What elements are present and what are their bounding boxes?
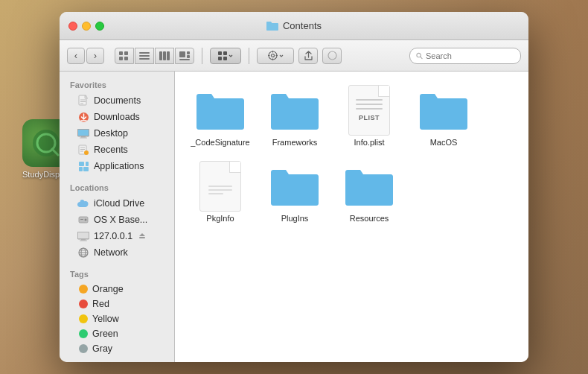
svg-rect-55 <box>81 239 86 241</box>
desktop-icon-sidebar <box>77 127 89 139</box>
file-item-resources[interactable]: Resources <box>336 162 403 224</box>
sidebar-tag-red[interactable]: Red <box>63 297 171 311</box>
toolbar-divider-2 <box>249 48 249 64</box>
grid-view-dropdown[interactable] <box>210 48 241 64</box>
close-button[interactable] <box>68 22 77 31</box>
svg-rect-6 <box>124 57 128 60</box>
svg-rect-20 <box>223 57 227 60</box>
file-item-codesignature[interactable]: _CodeSignature <box>187 86 254 148</box>
sidebar: Favorites Documents Downloads Desktop <box>60 72 175 362</box>
forward-button[interactable]: › <box>86 48 104 64</box>
folder-icon-codesignature <box>194 86 247 134</box>
green-tag-dot <box>79 329 88 338</box>
folder-icon-macos <box>417 86 470 134</box>
toolbar-divider-1 <box>202 48 202 64</box>
sidebar-item-icloud[interactable]: iCloud Drive <box>63 195 171 212</box>
sidebar-tag-gray[interactable]: Gray <box>63 341 171 356</box>
tag-button[interactable] <box>322 48 342 64</box>
folder-icon-resources <box>342 162 396 210</box>
sidebar-item-network[interactable]: Network <box>63 244 171 261</box>
svg-rect-10 <box>159 51 162 60</box>
generic-file-icon <box>194 162 247 210</box>
svg-rect-39 <box>81 136 86 138</box>
sidebar-tag-yellow[interactable]: Yellow <box>63 311 171 326</box>
file-item-frameworks[interactable]: Frameworks <box>261 86 328 148</box>
minimize-button[interactable] <box>82 22 91 31</box>
localhost-label: 127.0.0.1 <box>94 231 132 241</box>
svg-rect-49 <box>86 162 89 166</box>
network-label: Network <box>94 247 128 258</box>
recents-icon <box>77 144 89 156</box>
sidebar-tag-green[interactable]: Green <box>63 326 171 341</box>
locations-section-label: Locations <box>60 180 174 195</box>
file-item-macos[interactable]: MacOS <box>410 86 477 148</box>
svg-rect-52 <box>80 219 83 220</box>
svg-rect-18 <box>218 57 222 60</box>
file-label-codesignature: _CodeSignature <box>191 137 250 148</box>
icloud-icon <box>77 197 89 209</box>
svg-rect-57 <box>139 237 145 238</box>
sidebar-tag-orange[interactable]: Orange <box>63 282 171 297</box>
toolbar: ‹ › <box>60 40 528 72</box>
file-item-pkginfo[interactable]: PkgInfo <box>187 162 254 224</box>
search-icon <box>416 52 423 60</box>
plist-icon-shape: PLIST <box>348 85 390 136</box>
eject-icon[interactable] <box>138 232 146 240</box>
applications-icon <box>77 160 89 172</box>
globe-icon <box>77 247 89 259</box>
icon-view-button[interactable] <box>115 48 134 64</box>
svg-line-29 <box>421 57 422 58</box>
svg-rect-11 <box>163 51 166 60</box>
svg-rect-19 <box>223 51 227 55</box>
osxbase-label: OS X Base... <box>94 215 147 225</box>
file-label-plugins: PlugIns <box>281 213 309 224</box>
gray-tag-label: Gray <box>92 343 112 354</box>
sidebar-item-documents[interactable]: Documents <box>63 92 171 109</box>
maximize-button[interactable] <box>95 22 104 31</box>
plist-file-icon: PLIST <box>342 86 396 134</box>
svg-rect-46 <box>79 167 83 171</box>
file-item-plugins[interactable]: PlugIns <box>261 162 328 224</box>
svg-rect-17 <box>218 51 222 55</box>
column-view-button[interactable] <box>155 48 174 64</box>
downloads-icon <box>77 111 89 123</box>
svg-rect-47 <box>83 167 89 171</box>
list-view-button[interactable] <box>135 48 154 64</box>
screen-icon <box>77 230 89 242</box>
nav-buttons: ‹ › <box>67 48 104 64</box>
svg-rect-56 <box>80 240 87 241</box>
yellow-tag-label: Yellow <box>92 314 119 324</box>
gray-tag-dot <box>79 344 88 353</box>
content-area: Favorites Documents Downloads Desktop <box>60 72 528 362</box>
svg-rect-8 <box>139 55 150 57</box>
share-button[interactable] <box>298 48 318 64</box>
svg-rect-4 <box>119 57 123 60</box>
icloud-label: iCloud Drive <box>94 198 144 209</box>
desktop-label: Desktop <box>94 128 128 139</box>
action-button[interactable] <box>257 48 294 64</box>
documents-icon <box>77 95 89 107</box>
title-bar: Contents <box>60 12 528 40</box>
file-item-infoplist[interactable]: PLIST Info.plist <box>336 86 403 148</box>
folder-icon-plugins <box>268 162 322 210</box>
svg-rect-3 <box>119 51 123 55</box>
svg-rect-14 <box>187 51 190 54</box>
gallery-view-button[interactable] <box>175 48 194 64</box>
sidebar-item-osxbase[interactable]: OS X Base... <box>63 212 171 228</box>
tags-section-label: Tags <box>60 267 174 282</box>
sidebar-item-recents[interactable]: Recents <box>63 142 171 158</box>
file-grid: _CodeSignature Frameworks <box>175 72 528 362</box>
sidebar-item-desktop[interactable]: Desktop <box>63 125 171 142</box>
back-button[interactable]: ‹ <box>67 48 85 64</box>
sidebar-item-localhost[interactable]: 127.0.0.1 <box>63 228 171 244</box>
svg-rect-15 <box>187 55 190 58</box>
sidebar-item-downloads[interactable]: Downloads <box>63 109 171 125</box>
svg-point-51 <box>85 219 87 221</box>
yellow-tag-dot <box>79 314 88 323</box>
svg-rect-48 <box>79 162 84 166</box>
svg-point-22 <box>271 54 274 57</box>
sidebar-item-applications[interactable]: Applications <box>63 158 171 174</box>
search-bar[interactable] <box>409 48 521 64</box>
svg-rect-5 <box>124 51 128 55</box>
search-input[interactable] <box>426 51 514 60</box>
